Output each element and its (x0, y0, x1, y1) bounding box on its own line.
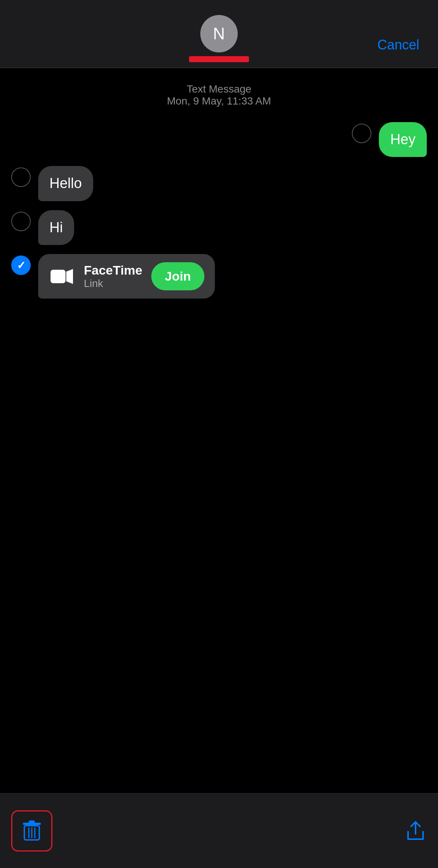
avatar-bar (189, 56, 249, 62)
bubble-hi: Hi (38, 210, 74, 245)
trash-icon (21, 820, 42, 842)
cancel-button[interactable]: Cancel (377, 37, 419, 53)
bubble-text-hi: Hi (49, 220, 63, 235)
bottom-toolbar (0, 793, 438, 868)
facetime-title: FaceTime (84, 263, 142, 278)
bubble-hey: Hey (379, 122, 427, 157)
message-type: Text Message (0, 83, 438, 95)
delete-button[interactable] (11, 810, 52, 852)
message-row-hi: Hi (0, 210, 438, 245)
timestamp: Text Message Mon, 9 May, 11:33 AM (0, 83, 438, 107)
select-circle-hi[interactable] (11, 212, 31, 231)
facetime-icon (49, 263, 75, 290)
select-circle-facetime[interactable]: ✓ (11, 255, 31, 275)
cancel-label: Cancel (377, 37, 419, 52)
join-button[interactable]: Join (151, 262, 204, 290)
avatar: N (200, 15, 238, 52)
facetime-bubble: FaceTime Link Join (38, 254, 215, 299)
header-center: N (189, 15, 249, 62)
chat-area: Text Message Mon, 9 May, 11:33 AM Hey He… (0, 68, 438, 299)
avatar-letter: N (213, 24, 225, 43)
svg-rect-0 (51, 270, 66, 283)
header: N Cancel (0, 0, 438, 67)
bubble-text-hey: Hey (390, 131, 416, 147)
message-row-facetime: ✓ FaceTime Link Join (0, 254, 438, 299)
bubble-hello: Hello (38, 166, 93, 201)
svg-marker-1 (66, 269, 73, 284)
share-button[interactable] (403, 819, 427, 843)
svg-rect-3 (29, 820, 35, 823)
video-camera-icon (51, 268, 73, 285)
facetime-subtitle: Link (84, 278, 142, 290)
join-label: Join (165, 269, 191, 283)
checkmark-icon: ✓ (17, 259, 25, 272)
bubble-text-hello: Hello (49, 175, 82, 191)
select-circle-hello[interactable] (11, 167, 31, 187)
message-row-hello: Hello (0, 166, 438, 201)
facetime-text: FaceTime Link (84, 263, 142, 290)
share-icon (403, 819, 427, 843)
select-circle-hey[interactable] (352, 124, 371, 143)
message-row-hey: Hey (0, 122, 438, 157)
message-date: Mon, 9 May, 11:33 AM (0, 95, 438, 107)
